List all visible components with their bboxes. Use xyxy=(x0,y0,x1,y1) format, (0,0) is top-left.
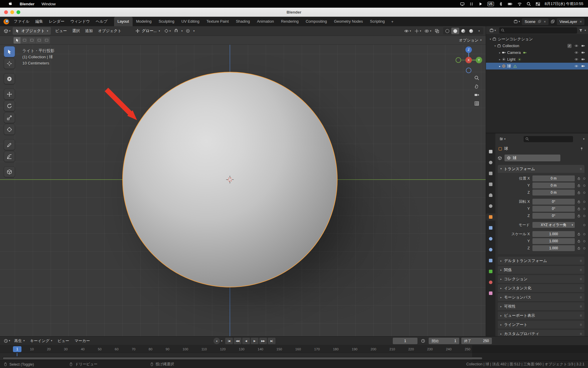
wireframe-shading-button[interactable] xyxy=(443,28,451,34)
record-button[interactable]: ● xyxy=(213,338,220,344)
select-mode-subtract[interactable] xyxy=(28,37,35,44)
lock-icon[interactable] xyxy=(577,191,581,194)
properties-tab[interactable] xyxy=(486,170,495,177)
workspace-tab[interactable]: Shading xyxy=(232,17,253,26)
apple-menu[interactable] xyxy=(5,1,16,6)
timeline-ruler[interactable]: 1020304050607080901001101201301401501601… xyxy=(0,345,588,353)
snap-settings-dropdown[interactable]: ▾ xyxy=(180,29,184,33)
select-mode-intersect[interactable] xyxy=(43,37,50,44)
workspace-tab[interactable]: Texture Paint xyxy=(203,17,232,26)
topbar-menu-item[interactable]: ウィンドウ xyxy=(67,19,93,24)
outliner-row-collection[interactable]: ▾ Collection ✓ xyxy=(486,42,588,49)
expand-arrow-icon[interactable]: ▸ xyxy=(498,58,502,61)
object-visibility-dropdown[interactable]: ▾ xyxy=(403,28,412,34)
outliner-search-input[interactable] xyxy=(499,27,577,34)
annotate-tool[interactable] xyxy=(4,139,15,150)
scene-selector[interactable]: Scene × xyxy=(522,18,548,25)
play-status-icon[interactable] xyxy=(478,2,483,6)
timeline-popover[interactable]: キーイング▾ xyxy=(27,338,55,344)
render-visibility-icon[interactable] xyxy=(581,64,585,68)
properties-search-input[interactable] xyxy=(524,136,573,142)
object-name-field[interactable]: 球 xyxy=(505,155,560,161)
lock-icon[interactable] xyxy=(577,232,581,236)
lock-icon[interactable] xyxy=(577,239,581,243)
transform-orientation-selector[interactable]: グロー...▾ xyxy=(133,27,163,35)
topbar-menu-item[interactable]: レンダー xyxy=(46,19,67,24)
properties-options-caret[interactable]: ▾ xyxy=(583,138,584,140)
animate-decorator[interactable] xyxy=(583,178,585,180)
misc-tool-button[interactable] xyxy=(4,73,15,84)
add-cube-tool[interactable] xyxy=(4,166,15,177)
workspace-tab[interactable]: UV Editing xyxy=(178,17,203,26)
snap-toggle[interactable] xyxy=(173,28,180,34)
control-center-icon[interactable] xyxy=(536,2,540,6)
value-field[interactable]: 0 m ▾ xyxy=(532,183,575,188)
properties-tab[interactable] xyxy=(486,181,495,188)
properties-tab[interactable] xyxy=(486,235,495,242)
move-tool[interactable] xyxy=(4,89,15,100)
collapsed-panel[interactable]: ▸ コレクション ≡ xyxy=(498,275,584,283)
hide-eye-icon[interactable] xyxy=(574,57,578,61)
workspace-tab[interactable]: Layout xyxy=(114,17,133,26)
toggle-perspective-button[interactable] xyxy=(474,101,479,106)
keyboard-input-badge[interactable]: US xyxy=(487,2,494,6)
hide-eye-icon[interactable] xyxy=(574,51,578,54)
add-workspace-button[interactable]: + xyxy=(388,19,397,24)
value-field[interactable]: 0 m ▾ xyxy=(532,190,575,195)
current-frame-field[interactable]: 1 xyxy=(393,338,417,344)
value-field[interactable]: XYZ オイラー角 ▾ xyxy=(532,222,575,228)
minimize-window-button[interactable] xyxy=(10,10,14,14)
rendered-shading-button[interactable] xyxy=(467,28,475,34)
pan-button[interactable] xyxy=(474,84,479,89)
hide-eye-icon[interactable] xyxy=(574,64,578,68)
select-mode-invert[interactable] xyxy=(36,37,43,44)
value-field[interactable]: 0° ▾ xyxy=(532,199,575,205)
expand-arrow-icon[interactable]: ▾ xyxy=(488,38,492,41)
animate-decorator[interactable] xyxy=(583,233,585,235)
viewport-menu-item[interactable]: 追加 xyxy=(83,28,96,34)
outliner-row-camera[interactable]: ▸ Camera xyxy=(486,49,588,56)
value-field[interactable]: 1.000 ▾ xyxy=(532,231,575,237)
scale-tool[interactable] xyxy=(4,112,15,123)
outliner-editor-icon[interactable]: ▾ xyxy=(488,27,497,33)
timeline-editor-icon[interactable]: ▾ xyxy=(2,338,12,344)
pin-icon[interactable] xyxy=(580,147,584,151)
lock-icon[interactable] xyxy=(577,246,581,250)
value-field[interactable]: 1.000 ▾ xyxy=(532,245,575,251)
filter-options-caret[interactable]: ▾ xyxy=(584,29,586,32)
transform-panel-header[interactable]: ▾ トランスフォーム ≡ xyxy=(498,165,584,173)
animate-decorator[interactable] xyxy=(583,185,585,187)
expand-arrow-icon[interactable]: ▸ xyxy=(498,65,502,68)
lock-icon[interactable] xyxy=(577,177,581,180)
pivot-point-selector[interactable]: ▾ xyxy=(163,28,172,34)
workspace-tab[interactable]: Animation xyxy=(253,17,278,26)
properties-editor-icon[interactable]: ▾ xyxy=(498,136,507,142)
view-layer-selector[interactable]: ViewLayer × xyxy=(557,18,584,25)
playhead[interactable]: 1 xyxy=(13,346,21,352)
rotate-tool[interactable] xyxy=(4,100,15,111)
transport-button[interactable]: ◀ xyxy=(242,338,250,344)
app-menu[interactable]: Blender xyxy=(16,2,38,6)
expand-arrow-icon[interactable]: ▸ xyxy=(498,51,502,54)
camera-view-button[interactable] xyxy=(474,92,479,97)
dots-status-icon[interactable] xyxy=(469,2,474,6)
xray-toggle[interactable] xyxy=(433,28,441,34)
render-visibility-icon[interactable] xyxy=(581,57,585,61)
render-visibility-icon[interactable] xyxy=(581,44,585,48)
breadcrumb-object[interactable]: 球 xyxy=(504,146,508,151)
scrollbar-thumb[interactable] xyxy=(3,357,482,359)
viewport-menu-item[interactable]: ビュー xyxy=(53,28,70,34)
preview-range-clock-icon[interactable] xyxy=(420,338,427,344)
value-field[interactable]: 0° ▾ xyxy=(532,213,575,219)
select-box-tool[interactable] xyxy=(4,46,15,57)
animate-decorator[interactable] xyxy=(583,215,585,217)
navigation-gizmo[interactable]: Z Y X xyxy=(455,46,483,74)
collection-checkbox[interactable]: ✓ xyxy=(567,44,572,48)
close-window-button[interactable] xyxy=(4,10,8,14)
cursor-tool[interactable] xyxy=(4,58,15,69)
outliner-row-scene-collection[interactable]: ▾ シーンコレクション xyxy=(486,36,588,42)
lock-icon[interactable] xyxy=(577,214,581,218)
gizmo-y-negative[interactable] xyxy=(456,58,461,63)
overlays-dropdown[interactable]: ▾ xyxy=(423,28,433,34)
zoom-button[interactable] xyxy=(474,75,479,80)
